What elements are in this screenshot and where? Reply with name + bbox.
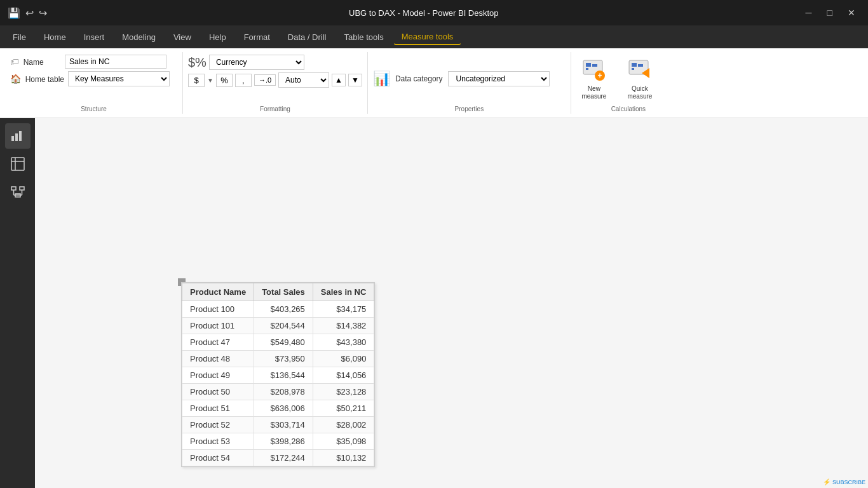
new-measure-icon: +	[581, 57, 607, 83]
ribbon-group-calculations: + Newmeasure	[571, 52, 686, 114]
ribbon-group-properties: 📊 Data category Uncategorized Address Ci…	[368, 52, 571, 114]
table-cell-3-1: $73,950	[254, 351, 313, 367]
sidebar-icon-model[interactable]	[5, 179, 31, 205]
name-input[interactable]	[65, 55, 166, 69]
dollar-button[interactable]: $	[188, 74, 205, 87]
table-cell-4-2: $14,056	[313, 367, 374, 384]
save-button[interactable]: 💾	[8, 7, 20, 19]
structure-controls: 🏷 Name 🏠 Home table Key Measures	[10, 55, 177, 103]
auto-select[interactable]: Auto 0 1 2	[278, 72, 329, 88]
structure-label: Structure	[10, 103, 177, 112]
menu-view[interactable]: View	[166, 30, 199, 44]
menu-table-tools[interactable]: Table tools	[336, 30, 391, 44]
svg-rect-1	[586, 63, 591, 67]
name-row: 🏷 Name	[10, 55, 166, 69]
table-cell-9-2: $10,132	[313, 450, 374, 466]
table-cell-1-0: Product 101	[182, 318, 254, 334]
data-category-label: Data category	[395, 74, 443, 83]
new-measure-label: Newmeasure	[581, 85, 606, 100]
home-table-row: 🏠 Home table Key Measures	[10, 71, 170, 86]
currency-format-icon: $%	[188, 55, 207, 70]
table-row: Product 54$172,244$10,132	[182, 450, 374, 466]
calculations-label: Calculations	[576, 103, 681, 112]
new-measure-button[interactable]: + Newmeasure	[576, 55, 612, 103]
menu-insert[interactable]: Insert	[76, 30, 112, 44]
table-cell-9-1: $172,244	[254, 450, 313, 466]
table-cell-8-2: $35,098	[313, 433, 374, 450]
format-type-select[interactable]: Currency General Whole Number Decimal Nu…	[209, 55, 304, 70]
decimal-spin-down[interactable]: ▼	[348, 74, 362, 86]
table-cell-1-1: $204,544	[254, 318, 313, 334]
table-cell-3-2: $6,090	[313, 351, 374, 367]
left-sidebar	[0, 118, 35, 488]
menu-home[interactable]: Home	[36, 30, 74, 44]
svg-text:+: +	[597, 71, 602, 80]
menu-format[interactable]: Format	[236, 30, 278, 44]
menu-help[interactable]: Help	[201, 30, 234, 44]
table-cell-5-0: Product 50	[182, 384, 254, 400]
data-table: Product Name Total Sales Sales in NC Pro…	[182, 283, 374, 466]
svg-rect-14	[11, 158, 24, 170]
undo-button[interactable]: ↩	[25, 7, 34, 19]
table-header-row: Product Name Total Sales Sales in NC	[182, 283, 374, 301]
table-cell-2-1: $549,480	[254, 334, 313, 351]
data-table-container: Product Name Total Sales Sales in NC Pro…	[181, 282, 375, 467]
table-cell-6-0: Product 51	[182, 400, 254, 417]
table-cell-5-2: $23,128	[313, 384, 374, 400]
table-cell-6-2: $50,211	[313, 400, 374, 417]
dollar-dropdown-arrow: ▼	[207, 77, 214, 84]
menu-data-drill[interactable]: Data / Drill	[280, 30, 334, 44]
subscribe-icon: ⚡	[823, 478, 831, 485]
table-row: Product 52$303,714$28,002	[182, 417, 374, 433]
ribbon-group-formatting: $% Currency General Whole Number Decimal…	[183, 52, 368, 114]
format-type-row: $% Currency General Whole Number Decimal…	[188, 55, 304, 70]
data-category-select[interactable]: Uncategorized Address City Country Image…	[448, 71, 550, 86]
table-cell-8-1: $398,286	[254, 433, 313, 450]
subscribe-badge: ⚡ SUBSCRIBE	[823, 478, 865, 485]
comma-button[interactable]: ,	[235, 74, 252, 87]
ribbon-content: 🏷 Name 🏠 Home table Key Measures Structu…	[5, 52, 863, 114]
table-cell-3-0: Product 48	[182, 351, 254, 367]
minimize-button[interactable]: ─	[801, 6, 817, 19]
table-cell-7-0: Product 52	[182, 417, 254, 433]
sidebar-icon-chart[interactable]	[5, 123, 31, 149]
ribbon: 🏷 Name 🏠 Home table Key Measures Structu…	[0, 48, 868, 118]
window-title: UBG to DAX - Model - Power BI Desktop	[47, 8, 801, 18]
table-row: Product 50$208,978$23,128	[182, 384, 374, 400]
sidebar-icon-table[interactable]	[5, 151, 31, 177]
subscribe-text: SUBSCRIBE	[832, 479, 865, 485]
menu-modeling[interactable]: Modeling	[114, 30, 163, 44]
properties-controls: 📊 Data category Uncategorized Address Ci…	[373, 55, 566, 103]
table-cell-6-1: $636,006	[254, 400, 313, 417]
table-row: Product 48$73,950$6,090	[182, 351, 374, 367]
percent-button[interactable]: %	[216, 74, 233, 87]
svg-rect-13	[19, 131, 22, 141]
formatting-label: Formatting	[188, 103, 362, 112]
menu-file[interactable]: File	[5, 30, 34, 44]
title-bar: 💾 ↩ ↪ UBG to DAX - Model - Power BI Desk…	[0, 0, 868, 25]
table-cell-4-1: $136,544	[254, 367, 313, 384]
svg-rect-17	[11, 187, 16, 190]
table-cell-0-0: Product 100	[182, 301, 254, 318]
redo-button[interactable]: ↪	[39, 7, 47, 19]
table-cell-0-1: $403,265	[254, 301, 313, 318]
table-cell-7-2: $28,002	[313, 417, 374, 433]
table-cell-7-1: $303,714	[254, 417, 313, 433]
table-cell-8-0: Product 53	[182, 433, 254, 450]
svg-rect-3	[586, 68, 588, 70]
home-table-select[interactable]: Key Measures	[68, 71, 170, 86]
close-button[interactable]: ✕	[843, 6, 860, 19]
svg-rect-11	[11, 136, 14, 141]
menu-measure-tools[interactable]: Measure tools	[394, 29, 461, 45]
formatting-controls: $% Currency General Whole Number Decimal…	[188, 55, 362, 103]
window-controls: ─ □ ✕	[801, 6, 860, 19]
maximize-button[interactable]: □	[822, 6, 837, 19]
quick-measure-button[interactable]: Quickmeasure	[622, 55, 658, 103]
table-cell-9-0: Product 54	[182, 450, 254, 466]
table-row: Product 51$636,006$50,211	[182, 400, 374, 417]
decimal-increase-button[interactable]: →.0	[254, 74, 276, 86]
properties-label: Properties	[373, 103, 566, 112]
table-row: Product 53$398,286$35,098	[182, 433, 374, 450]
quick-measure-icon	[627, 57, 653, 83]
decimal-spin-up[interactable]: ▲	[332, 74, 346, 86]
